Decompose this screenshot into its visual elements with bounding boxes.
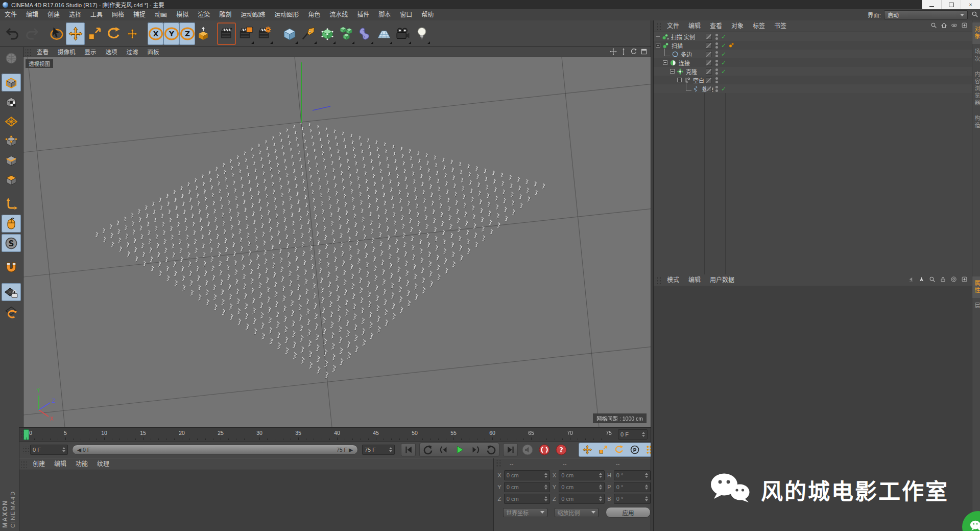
object-tree-row[interactable]: 扫描✓ — [654, 41, 972, 50]
expand-toggle-icon[interactable] — [656, 43, 660, 48]
enabled-check-icon[interactable]: ✓ — [721, 42, 727, 49]
restore-button[interactable] — [941, 0, 961, 9]
menu-item-8[interactable]: 模拟 — [172, 9, 193, 20]
menu-item-3[interactable]: 选择 — [64, 9, 86, 20]
next-frame-button[interactable] — [467, 443, 483, 456]
visibility-dots[interactable] — [715, 51, 718, 57]
coord-value-field[interactable]: 0 cm — [504, 482, 550, 492]
workplane-rotate-button[interactable] — [2, 303, 21, 320]
tab-attribute-manager-1[interactable]: 层 — [972, 299, 980, 313]
coord-value-field[interactable]: 0 cm — [559, 470, 605, 480]
material-menu-item-3[interactable]: 纹理 — [92, 458, 114, 470]
object-tree-row[interactable]: 扫描 实例✓ — [654, 32, 972, 41]
goto-end-button[interactable] — [503, 443, 518, 456]
om-menu-item-0[interactable]: 文件 — [662, 20, 684, 32]
coord-system-button[interactable] — [195, 22, 211, 45]
tab-object-manager-0[interactable]: 对象 — [972, 22, 980, 44]
om-add-button[interactable] — [961, 22, 968, 30]
key-rotation-toggle[interactable] — [611, 443, 627, 456]
am-target-button[interactable] — [950, 276, 957, 284]
render-picture-viewer-button[interactable] — [236, 22, 255, 45]
viewport-menu-item-5[interactable]: 面板 — [143, 47, 164, 58]
am-search-button[interactable] — [929, 276, 936, 284]
coord-value-field[interactable]: 0 ° — [614, 494, 651, 504]
menu-item-18[interactable]: 帮助 — [417, 9, 438, 20]
menu-item-16[interactable]: 脚本 — [374, 9, 395, 20]
coord-value-field[interactable]: 0 cm — [504, 494, 550, 504]
object-tree-row[interactable]: 克隆✓ — [654, 67, 972, 76]
interface-select[interactable]: 启动 — [884, 10, 968, 19]
scale-mode-dropdown[interactable]: 缩放比例 — [555, 508, 599, 517]
om-menu-item-3[interactable]: 对象 — [727, 20, 748, 32]
am-lock-button[interactable] — [940, 276, 946, 284]
coord-value-field[interactable]: 0 ° — [614, 470, 651, 480]
rotate-tool-button[interactable] — [104, 22, 123, 45]
visibility-dots[interactable] — [715, 77, 718, 83]
panel-grip[interactable] — [655, 276, 661, 284]
tab-object-manager-1[interactable]: 场次 — [972, 45, 980, 66]
enabled-check-icon[interactable]: ✓ — [721, 51, 727, 58]
om-menu-item-4[interactable]: 标签 — [748, 20, 770, 32]
object-tree-row[interactable]: 空白 — [654, 76, 972, 84]
om-home-button[interactable] — [941, 22, 947, 30]
am-menu-item-1[interactable]: 编辑 — [684, 274, 705, 286]
key-position-toggle[interactable] — [579, 443, 595, 456]
viewport-menu-item-1[interactable]: 摄像机 — [53, 47, 80, 58]
coord-value-field[interactable]: 0 cm — [504, 470, 550, 480]
spinner-arrows-icon[interactable] — [640, 432, 645, 437]
next-key-button[interactable] — [483, 443, 499, 456]
key-scale-toggle[interactable] — [595, 443, 611, 456]
menu-item-6[interactable]: 捕捉 — [129, 9, 150, 20]
layer-swatch[interactable] — [706, 42, 712, 49]
visibility-dots[interactable] — [715, 86, 718, 92]
om-menu-item-2[interactable]: 查看 — [705, 20, 727, 32]
sound-toggle-button[interactable] — [520, 443, 535, 457]
undo-button[interactable] — [3, 22, 22, 45]
prev-frame-button[interactable] — [436, 443, 451, 456]
spinner-arrows-icon[interactable] — [597, 496, 602, 501]
spline-objects-button[interactable] — [299, 22, 318, 45]
modeling-objects-button[interactable] — [337, 22, 355, 45]
spinner-arrows-icon[interactable] — [542, 484, 547, 490]
tab-object-manager-3[interactable]: 构造 — [972, 111, 980, 133]
om-search-button[interactable] — [930, 22, 937, 30]
am-back-button[interactable] — [907, 276, 914, 284]
menu-item-17[interactable]: 窗口 — [395, 9, 417, 20]
object-name[interactable]: 扫描 — [672, 41, 683, 50]
viewport-menu-item-0[interactable]: 查看 — [32, 47, 53, 58]
object-name[interactable]: 多边 — [681, 50, 692, 58]
spinner-arrows-icon[interactable] — [597, 473, 602, 478]
current-frame-field[interactable]: 0 F — [30, 445, 68, 455]
snap-toggle-button[interactable]: S — [2, 234, 21, 252]
magnet-snap-button[interactable] — [2, 259, 21, 276]
phong-tag-icon[interactable] — [728, 42, 735, 49]
viewport-zoom-icon[interactable] — [620, 48, 627, 56]
material-menu-item-1[interactable]: 编辑 — [50, 458, 71, 470]
menu-item-12[interactable]: 运动图形 — [270, 9, 303, 20]
layer-swatch[interactable] — [706, 77, 712, 83]
minimize-button[interactable] — [922, 0, 941, 9]
polygons-mode-button[interactable] — [2, 171, 21, 189]
viewport-rotate-icon[interactable] — [630, 48, 637, 56]
menu-item-10[interactable]: 雕刻 — [214, 9, 236, 20]
om-menu-item-5[interactable]: 书签 — [770, 20, 791, 32]
viewport-menu-item-3[interactable]: 选项 — [101, 47, 122, 58]
generator-objects-button[interactable] — [318, 22, 337, 45]
light-objects-button[interactable] — [412, 22, 431, 45]
spinner-arrows-icon[interactable] — [542, 496, 547, 501]
end-frame-field[interactable]: 75 F — [362, 445, 395, 455]
coord-value-field[interactable]: 0 cm — [559, 482, 605, 492]
material-menu-item-2[interactable]: 功能 — [71, 458, 92, 470]
spinner-arrows-icon[interactable] — [643, 496, 648, 501]
expand-toggle-icon[interactable] — [663, 60, 667, 65]
layer-swatch[interactable] — [706, 51, 712, 57]
expand-toggle-icon[interactable] — [677, 78, 682, 82]
move-tool-button[interactable] — [66, 22, 85, 45]
object-tree-row[interactable]: 螺旋✓ — [654, 84, 972, 93]
spinner-arrows-icon[interactable] — [643, 484, 648, 490]
layer-swatch[interactable] — [706, 86, 712, 92]
menu-item-0[interactable]: 文件 — [0, 9, 21, 20]
viewport-maximize-icon[interactable] — [640, 48, 648, 56]
key-parameter-toggle[interactable]: P — [627, 443, 642, 456]
enabled-check-icon[interactable]: ✓ — [721, 59, 727, 66]
